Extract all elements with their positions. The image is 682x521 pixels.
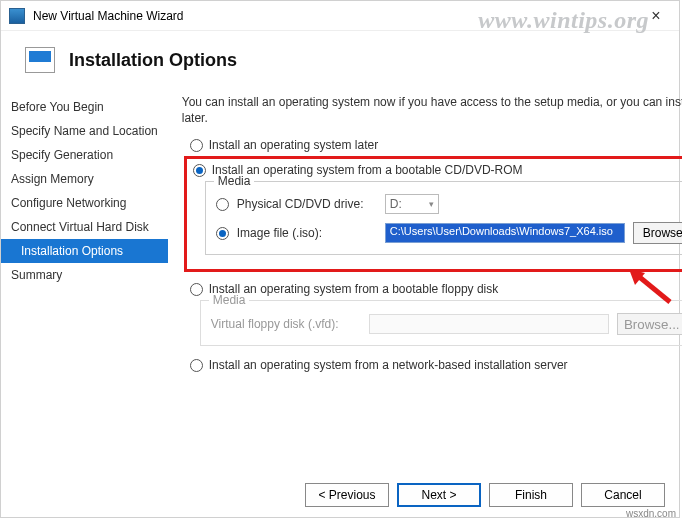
media-group-title: Media <box>214 174 255 188</box>
option-install-later-label: Install an operating system later <box>209 138 378 152</box>
cancel-button[interactable]: Cancel <box>581 483 665 507</box>
image-path-input[interactable]: C:\Users\User\Downloads\Windows7_X64.iso <box>385 223 625 243</box>
wizard-icon <box>25 47 55 73</box>
floppy-browse-button: Browse... <box>617 313 682 335</box>
radio-icon[interactable] <box>190 359 203 372</box>
floppy-group-title: Media <box>209 293 250 307</box>
app-icon <box>9 8 25 24</box>
physical-drive-label: Physical CD/DVD drive: <box>237 197 377 211</box>
radio-icon[interactable] <box>190 139 203 152</box>
floppy-path-input <box>369 314 609 334</box>
floppy-media-group: Media Virtual floppy disk (.vfd): Browse… <box>200 300 682 346</box>
close-icon[interactable]: × <box>641 7 671 25</box>
sidebar-item-summary[interactable]: Summary <box>1 263 168 287</box>
sidebar-item-configure-networking[interactable]: Configure Networking <box>1 191 168 215</box>
next-button[interactable]: Next > <box>397 483 481 507</box>
image-file-row[interactable]: Image file (.iso): C:\Users\User\Downloa… <box>216 222 682 244</box>
browse-button[interactable]: Browse... <box>633 222 682 244</box>
option-install-cd[interactable]: Install an operating system from a boota… <box>193 163 682 177</box>
media-group: Media Physical CD/DVD drive: D: ▾ Image … <box>205 181 682 255</box>
sidebar-item-specify-name[interactable]: Specify Name and Location <box>1 119 168 143</box>
option-install-floppy-label: Install an operating system from a boota… <box>209 282 499 296</box>
finish-button[interactable]: Finish <box>489 483 573 507</box>
option-install-cd-label: Install an operating system from a boota… <box>212 163 523 177</box>
intro-text: You can install an operating system now … <box>182 95 682 126</box>
chevron-down-icon: ▾ <box>429 199 434 209</box>
option-install-floppy[interactable]: Install an operating system from a boota… <box>190 282 682 296</box>
option-install-later[interactable]: Install an operating system later <box>190 138 682 152</box>
radio-icon[interactable] <box>193 164 206 177</box>
radio-icon[interactable] <box>190 283 203 296</box>
physical-drive-value: D: <box>390 197 402 211</box>
sidebar-item-before-you-begin[interactable]: Before You Begin <box>1 95 168 119</box>
physical-drive-row[interactable]: Physical CD/DVD drive: D: ▾ <box>216 194 682 214</box>
floppy-label: Virtual floppy disk (.vfd): <box>211 317 361 331</box>
sidebar-item-installation-options[interactable]: Installation Options <box>1 239 168 263</box>
wizard-sidebar: Before You Begin Specify Name and Locati… <box>1 93 168 473</box>
sidebar-item-assign-memory[interactable]: Assign Memory <box>1 167 168 191</box>
window-title: New Virtual Machine Wizard <box>33 9 641 23</box>
previous-button[interactable]: < Previous <box>305 483 389 507</box>
option-install-network-label: Install an operating system from a netwo… <box>209 358 568 372</box>
credit-text: wsxdn.com <box>626 508 676 519</box>
radio-icon[interactable] <box>216 198 229 211</box>
sidebar-item-connect-vhd[interactable]: Connect Virtual Hard Disk <box>1 215 168 239</box>
highlight-box: Install an operating system from a boota… <box>184 156 682 272</box>
physical-drive-select[interactable]: D: ▾ <box>385 194 439 214</box>
option-install-network[interactable]: Install an operating system from a netwo… <box>190 358 682 372</box>
sidebar-item-specify-generation[interactable]: Specify Generation <box>1 143 168 167</box>
radio-icon[interactable] <box>216 227 229 240</box>
image-file-label: Image file (.iso): <box>237 226 377 240</box>
page-title: Installation Options <box>69 50 237 71</box>
